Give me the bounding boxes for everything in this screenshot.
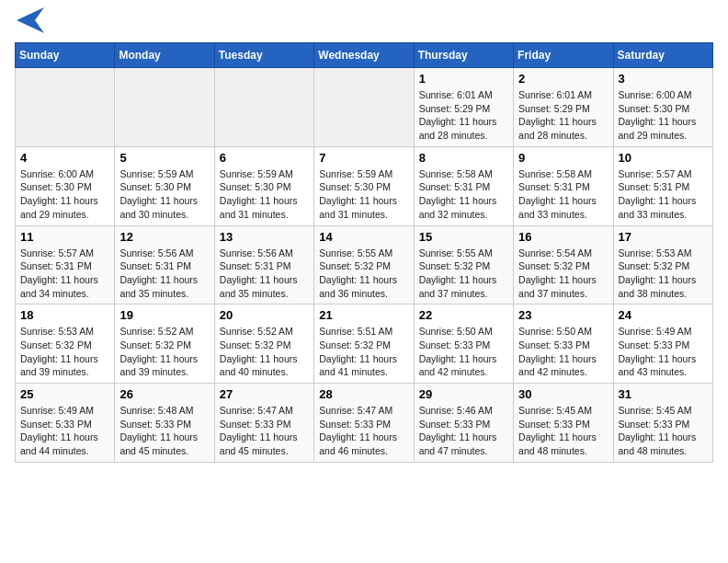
calendar-cell: 21Sunrise: 5:51 AM Sunset: 5:32 PM Dayli… bbox=[314, 304, 414, 384]
week-row-4: 18Sunrise: 5:53 AM Sunset: 5:32 PM Dayli… bbox=[16, 304, 713, 384]
day-info: Sunrise: 5:58 AM Sunset: 5:31 PM Dayligh… bbox=[518, 167, 608, 222]
day-number: 23 bbox=[518, 308, 608, 322]
calendar-cell: 19Sunrise: 5:52 AM Sunset: 5:32 PM Dayli… bbox=[115, 304, 214, 384]
logo bbox=[15, 15, 44, 33]
day-info: Sunrise: 5:47 AM Sunset: 5:33 PM Dayligh… bbox=[319, 404, 408, 458]
day-number: 1 bbox=[419, 72, 508, 86]
week-row-5: 25Sunrise: 5:49 AM Sunset: 5:33 PM Dayli… bbox=[16, 384, 713, 463]
calendar-cell: 31Sunrise: 5:45 AM Sunset: 5:33 PM Dayli… bbox=[613, 384, 712, 463]
calendar-cell: 7Sunrise: 5:59 AM Sunset: 5:30 PM Daylig… bbox=[314, 146, 414, 225]
day-info: Sunrise: 5:59 AM Sunset: 5:30 PM Dayligh… bbox=[319, 167, 408, 222]
calendar-cell: 25Sunrise: 5:49 AM Sunset: 5:33 PM Dayli… bbox=[16, 384, 115, 463]
calendar-cell: 22Sunrise: 5:50 AM Sunset: 5:33 PM Dayli… bbox=[414, 304, 513, 384]
day-info: Sunrise: 5:55 AM Sunset: 5:32 PM Dayligh… bbox=[419, 247, 508, 301]
calendar-cell: 24Sunrise: 5:49 AM Sunset: 5:33 PM Dayli… bbox=[613, 304, 712, 384]
calendar-cell: 20Sunrise: 5:52 AM Sunset: 5:32 PM Dayli… bbox=[214, 304, 313, 384]
header-day-monday: Monday bbox=[115, 43, 214, 68]
calendar-cell: 26Sunrise: 5:48 AM Sunset: 5:33 PM Dayli… bbox=[115, 384, 214, 463]
day-info: Sunrise: 5:56 AM Sunset: 5:31 PM Dayligh… bbox=[119, 247, 209, 301]
day-info: Sunrise: 5:47 AM Sunset: 5:33 PM Dayligh… bbox=[220, 404, 309, 458]
header-day-wednesday: Wednesday bbox=[314, 43, 414, 68]
day-info: Sunrise: 5:52 AM Sunset: 5:32 PM Dayligh… bbox=[119, 325, 209, 379]
day-number: 6 bbox=[220, 151, 309, 165]
day-number: 28 bbox=[319, 387, 408, 401]
day-info: Sunrise: 5:50 AM Sunset: 5:33 PM Dayligh… bbox=[518, 325, 608, 379]
day-number: 7 bbox=[319, 151, 408, 165]
day-number: 11 bbox=[20, 230, 109, 244]
day-number: 25 bbox=[20, 387, 109, 401]
day-number: 29 bbox=[419, 387, 508, 401]
calendar-cell: 23Sunrise: 5:50 AM Sunset: 5:33 PM Dayli… bbox=[514, 304, 613, 384]
day-number: 14 bbox=[319, 230, 408, 244]
day-number: 2 bbox=[518, 72, 608, 86]
day-info: Sunrise: 5:45 AM Sunset: 5:33 PM Dayligh… bbox=[619, 404, 708, 458]
calendar-cell: 8Sunrise: 5:58 AM Sunset: 5:31 PM Daylig… bbox=[414, 146, 513, 225]
logo-arrow-icon bbox=[17, 7, 44, 33]
week-row-3: 11Sunrise: 5:57 AM Sunset: 5:31 PM Dayli… bbox=[16, 225, 713, 304]
day-number: 17 bbox=[619, 230, 708, 244]
day-number: 22 bbox=[419, 308, 508, 322]
calendar-cell: 15Sunrise: 5:55 AM Sunset: 5:32 PM Dayli… bbox=[414, 225, 513, 304]
week-row-2: 4Sunrise: 6:00 AM Sunset: 5:30 PM Daylig… bbox=[16, 146, 713, 225]
day-info: Sunrise: 5:58 AM Sunset: 5:31 PM Dayligh… bbox=[419, 167, 508, 222]
day-number: 21 bbox=[319, 308, 408, 322]
calendar-cell: 16Sunrise: 5:54 AM Sunset: 5:32 PM Dayli… bbox=[514, 225, 613, 304]
header-day-saturday: Saturday bbox=[613, 43, 712, 68]
calendar-cell: 3Sunrise: 6:00 AM Sunset: 5:30 PM Daylig… bbox=[613, 68, 712, 147]
day-number: 26 bbox=[119, 387, 209, 401]
header-day-thursday: Thursday bbox=[414, 43, 513, 68]
day-info: Sunrise: 5:53 AM Sunset: 5:32 PM Dayligh… bbox=[20, 325, 109, 379]
calendar-cell: 12Sunrise: 5:56 AM Sunset: 5:31 PM Dayli… bbox=[115, 225, 214, 304]
calendar-cell: 6Sunrise: 5:59 AM Sunset: 5:30 PM Daylig… bbox=[214, 146, 313, 225]
day-info: Sunrise: 5:46 AM Sunset: 5:33 PM Dayligh… bbox=[419, 404, 508, 458]
day-info: Sunrise: 6:00 AM Sunset: 5:30 PM Dayligh… bbox=[619, 88, 708, 143]
calendar-cell bbox=[115, 68, 214, 147]
day-info: Sunrise: 6:00 AM Sunset: 5:30 PM Dayligh… bbox=[20, 167, 109, 222]
calendar-table: SundayMondayTuesdayWednesdayThursdayFrid… bbox=[15, 42, 713, 463]
day-number: 30 bbox=[518, 387, 608, 401]
day-info: Sunrise: 5:57 AM Sunset: 5:31 PM Dayligh… bbox=[20, 247, 109, 301]
calendar-cell: 18Sunrise: 5:53 AM Sunset: 5:32 PM Dayli… bbox=[16, 304, 115, 384]
day-number: 13 bbox=[220, 230, 309, 244]
calendar-cell bbox=[16, 68, 115, 147]
calendar-cell: 29Sunrise: 5:46 AM Sunset: 5:33 PM Dayli… bbox=[414, 384, 513, 463]
week-row-1: 1Sunrise: 6:01 AM Sunset: 5:29 PM Daylig… bbox=[16, 68, 713, 147]
day-number: 10 bbox=[619, 151, 708, 165]
calendar-cell: 4Sunrise: 6:00 AM Sunset: 5:30 PM Daylig… bbox=[16, 146, 115, 225]
calendar-cell: 5Sunrise: 5:59 AM Sunset: 5:30 PM Daylig… bbox=[115, 146, 214, 225]
day-number: 15 bbox=[419, 230, 508, 244]
day-info: Sunrise: 5:54 AM Sunset: 5:32 PM Dayligh… bbox=[518, 247, 608, 301]
day-info: Sunrise: 5:53 AM Sunset: 5:32 PM Dayligh… bbox=[619, 247, 708, 301]
calendar-cell: 11Sunrise: 5:57 AM Sunset: 5:31 PM Dayli… bbox=[16, 225, 115, 304]
header-day-tuesday: Tuesday bbox=[214, 43, 313, 68]
day-info: Sunrise: 5:49 AM Sunset: 5:33 PM Dayligh… bbox=[20, 404, 109, 458]
calendar-header-row: SundayMondayTuesdayWednesdayThursdayFrid… bbox=[16, 43, 713, 68]
calendar-cell: 10Sunrise: 5:57 AM Sunset: 5:31 PM Dayli… bbox=[613, 146, 712, 225]
svg-marker-0 bbox=[17, 7, 44, 33]
day-info: Sunrise: 5:52 AM Sunset: 5:32 PM Dayligh… bbox=[220, 325, 309, 379]
page-header bbox=[15, 15, 713, 33]
calendar-cell bbox=[214, 68, 313, 147]
calendar-cell: 9Sunrise: 5:58 AM Sunset: 5:31 PM Daylig… bbox=[514, 146, 613, 225]
calendar-cell: 1Sunrise: 6:01 AM Sunset: 5:29 PM Daylig… bbox=[414, 68, 513, 147]
calendar-cell: 27Sunrise: 5:47 AM Sunset: 5:33 PM Dayli… bbox=[214, 384, 313, 463]
day-number: 27 bbox=[220, 387, 309, 401]
calendar-cell: 17Sunrise: 5:53 AM Sunset: 5:32 PM Dayli… bbox=[613, 225, 712, 304]
calendar-cell: 2Sunrise: 6:01 AM Sunset: 5:29 PM Daylig… bbox=[514, 68, 613, 147]
day-number: 20 bbox=[220, 308, 309, 322]
day-number: 9 bbox=[518, 151, 608, 165]
day-info: Sunrise: 5:59 AM Sunset: 5:30 PM Dayligh… bbox=[119, 167, 209, 222]
day-number: 3 bbox=[619, 72, 708, 86]
day-info: Sunrise: 5:56 AM Sunset: 5:31 PM Dayligh… bbox=[220, 247, 309, 301]
calendar-cell: 14Sunrise: 5:55 AM Sunset: 5:32 PM Dayli… bbox=[314, 225, 414, 304]
day-number: 5 bbox=[119, 151, 209, 165]
day-info: Sunrise: 5:51 AM Sunset: 5:32 PM Dayligh… bbox=[319, 325, 408, 379]
day-number: 31 bbox=[619, 387, 708, 401]
day-number: 8 bbox=[419, 151, 508, 165]
day-info: Sunrise: 5:59 AM Sunset: 5:30 PM Dayligh… bbox=[220, 167, 309, 222]
day-number: 12 bbox=[119, 230, 209, 244]
day-info: Sunrise: 6:01 AM Sunset: 5:29 PM Dayligh… bbox=[518, 88, 608, 143]
day-number: 19 bbox=[119, 308, 209, 322]
day-info: Sunrise: 5:57 AM Sunset: 5:31 PM Dayligh… bbox=[619, 167, 708, 222]
header-day-sunday: Sunday bbox=[16, 43, 115, 68]
